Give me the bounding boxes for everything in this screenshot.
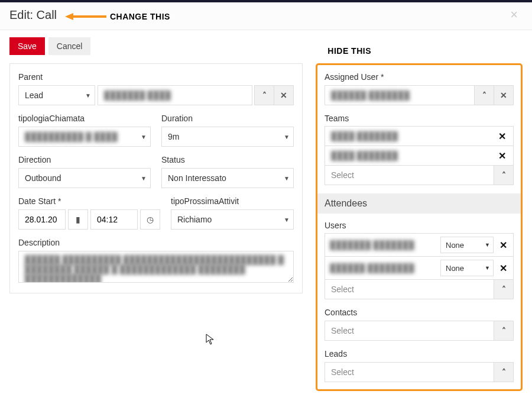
duration-select[interactable]: 9m▼ <box>161 127 294 147</box>
chevron-up-icon: ˄ <box>502 367 506 377</box>
annotation-change-this: CHANGE THIS <box>65 12 170 21</box>
close-icon[interactable]: × <box>505 6 523 24</box>
parent-clear-button[interactable]: ✕ <box>274 85 294 105</box>
status-select[interactable]: Non Interessato▼ <box>161 168 294 188</box>
team-item: ████ ███████ ✕ <box>325 146 514 166</box>
parent-value-input[interactable]: ███████ ████ <box>98 85 252 105</box>
cancel-button[interactable]: Cancel <box>48 37 91 55</box>
clock-icon: ◷ <box>147 215 154 224</box>
contacts-select-input[interactable]: Select <box>325 321 494 341</box>
chevron-up-icon: ˄ <box>502 170 506 180</box>
assigned-user-clear-button[interactable]: ✕ <box>494 85 514 105</box>
attendee-status-select[interactable]: None▼ <box>440 237 494 253</box>
assigned-user-label: Assigned User * <box>325 72 514 82</box>
remove-attendee-button[interactable]: ✕ <box>498 240 508 251</box>
parent-label: Parent <box>18 72 294 82</box>
chevron-down-icon: ▼ <box>141 175 147 182</box>
attendee-user-row: ███████ ███████ None▼ ✕ <box>325 233 514 257</box>
direction-label: Direction <box>18 155 151 164</box>
status-label: Status <box>161 155 294 164</box>
users-lookup-button[interactable]: ˄ <box>494 279 514 299</box>
teams-select-input[interactable]: Select <box>325 165 494 185</box>
page-title: Edit: Call <box>9 8 57 21</box>
close-icon: ✕ <box>500 91 507 100</box>
teams-lookup-button[interactable]: ˄ <box>494 165 514 185</box>
leads-select-input[interactable]: Select <box>325 362 494 382</box>
contacts-lookup-button[interactable]: ˄ <box>494 321 514 341</box>
attendee-user-row: ██████ ████████ None▼ ✕ <box>325 256 514 280</box>
annotation-hide-this: HIDE THIS <box>327 46 371 56</box>
chevron-up-icon: ˄ <box>502 285 506 294</box>
chevron-up-icon: ˄ <box>502 326 506 335</box>
description-textarea[interactable]: ██████ ██████████ ██████████████████████… <box>18 251 294 283</box>
assigned-user-lookup-button[interactable]: ˄ <box>474 85 494 105</box>
chevron-up-icon: ˄ <box>262 91 267 100</box>
chevron-down-icon: ▼ <box>485 242 490 248</box>
parent-type-select[interactable]: Lead▼ <box>18 85 95 105</box>
description-label: Description <box>18 238 294 247</box>
clock-button[interactable]: ◷ <box>140 209 160 230</box>
chevron-down-icon: ▼ <box>485 265 490 271</box>
chevron-down-icon: ▼ <box>284 175 290 182</box>
tipo-prossima-label: tipoProssimaAttivit <box>171 196 294 206</box>
contacts-label: Contacts <box>325 308 514 317</box>
date-start-time-input[interactable] <box>90 209 138 230</box>
chevron-down-icon: ▼ <box>141 134 147 140</box>
tipo-prossima-select[interactable]: Richiamo▼ <box>171 209 294 230</box>
chevron-down-icon: ▼ <box>284 134 290 140</box>
remove-attendee-button[interactable]: ✕ <box>498 263 508 274</box>
save-button[interactable]: Save <box>9 37 45 55</box>
assigned-user-input[interactable]: ██████ ███████ <box>325 85 475 105</box>
users-select-input[interactable]: Select <box>325 279 494 299</box>
calendar-button[interactable]: ▮ <box>68 209 88 230</box>
parent-lookup-button[interactable]: ˄ <box>254 85 274 105</box>
right-panel: Assigned User * ██████ ███████ ˄ ✕ Teams… <box>316 63 523 391</box>
chevron-down-icon: ▼ <box>85 92 91 99</box>
remove-team-button[interactable]: ✕ <box>497 131 507 142</box>
tipologia-chiamata-label: tipologiaChiamata <box>18 114 151 123</box>
chevron-down-icon: ▼ <box>284 217 290 223</box>
attendee-status-select[interactable]: None▼ <box>440 260 494 276</box>
users-label: Users <box>325 221 514 230</box>
calendar-icon: ▮ <box>76 215 80 224</box>
close-icon: ✕ <box>280 91 287 100</box>
leads-label: Leads <box>325 349 514 358</box>
teams-label: Teams <box>325 114 514 123</box>
date-start-date-input[interactable] <box>18 209 66 230</box>
direction-select[interactable]: Outbound▼ <box>18 168 151 188</box>
remove-team-button[interactable]: ✕ <box>497 150 507 161</box>
action-buttons: Save Cancel <box>9 37 523 55</box>
tipologia-chiamata-select[interactable]: ██████████ █ ████▼ <box>18 127 151 147</box>
leads-lookup-button[interactable]: ˄ <box>494 362 514 382</box>
team-item: ████ ███████ ✕ <box>325 126 514 146</box>
chevron-up-icon: ˄ <box>482 91 486 100</box>
duration-label: Duration <box>161 114 294 123</box>
modal-header: Edit: Call CHANGE THIS × <box>0 2 532 30</box>
left-panel: Parent Lead▼ ███████ ████ ˄ ✕ tipo <box>9 63 303 293</box>
date-start-label: Date Start * <box>18 196 160 206</box>
attendees-heading: Attendees <box>317 193 521 214</box>
svg-marker-1 <box>65 13 73 20</box>
